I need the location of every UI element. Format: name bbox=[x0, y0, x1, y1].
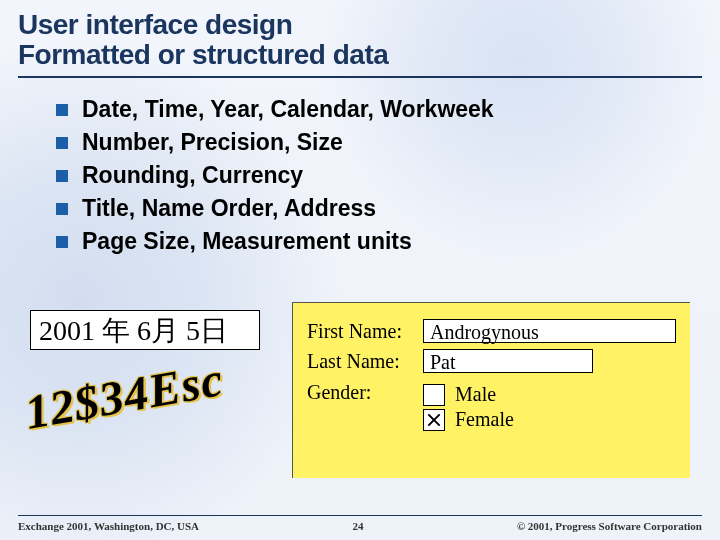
list-item: Rounding, Currency bbox=[56, 162, 720, 189]
title-line-2: Formatted or structured data bbox=[18, 40, 702, 70]
footer-left: Exchange 2001, Washington, DC, USA bbox=[18, 520, 199, 532]
title-line-1: User interface design bbox=[18, 10, 702, 40]
bullet-text: Title, Name Order, Address bbox=[82, 195, 376, 222]
date-example-box: 2001 年 6月 5日 bbox=[30, 310, 260, 350]
bullet-square-icon bbox=[56, 170, 68, 182]
name-order-form: First Name: Androgynous Last Name: Pat G… bbox=[292, 302, 690, 478]
bullet-text: Date, Time, Year, Calendar, Workweek bbox=[82, 96, 494, 123]
list-item: Date, Time, Year, Calendar, Workweek bbox=[56, 96, 720, 123]
last-name-field[interactable]: Pat bbox=[423, 349, 593, 373]
gender-options: Male Female bbox=[423, 381, 514, 433]
currency-escudo-example: 12$34Esc bbox=[21, 351, 228, 440]
bullet-list: Date, Time, Year, Calendar, Workweek Num… bbox=[56, 96, 720, 255]
first-name-label: First Name: bbox=[307, 320, 423, 343]
slide-title: User interface design Formatted or struc… bbox=[0, 0, 720, 70]
examples-area: 2001 年 6月 5日 12$34Esc First Name: Androg… bbox=[30, 308, 690, 478]
checkbox-icon[interactable] bbox=[423, 384, 445, 406]
bullet-square-icon bbox=[56, 137, 68, 149]
bullet-square-icon bbox=[56, 203, 68, 215]
title-rule bbox=[18, 76, 702, 78]
footer-rule bbox=[18, 515, 702, 516]
list-item: Title, Name Order, Address bbox=[56, 195, 720, 222]
bullet-text: Number, Precision, Size bbox=[82, 129, 343, 156]
first-name-row: First Name: Androgynous bbox=[307, 319, 676, 343]
list-item: Page Size, Measurement units bbox=[56, 228, 720, 255]
bullet-text: Rounding, Currency bbox=[82, 162, 303, 189]
footer-right: © 2001, Progress Software Corporation bbox=[517, 520, 702, 532]
gender-option-female[interactable]: Female bbox=[423, 408, 514, 431]
first-name-field[interactable]: Androgynous bbox=[423, 319, 676, 343]
gender-label: Gender: bbox=[307, 381, 423, 404]
gender-option-male[interactable]: Male bbox=[423, 383, 514, 406]
last-name-row: Last Name: Pat bbox=[307, 349, 676, 373]
slide-footer: Exchange 2001, Washington, DC, USA 24 © … bbox=[0, 515, 720, 532]
last-name-label: Last Name: bbox=[307, 350, 423, 373]
bullet-square-icon bbox=[56, 236, 68, 248]
bullet-text: Page Size, Measurement units bbox=[82, 228, 412, 255]
gender-row: Gender: Male Female bbox=[307, 381, 676, 433]
page-number: 24 bbox=[352, 520, 363, 532]
checkbox-checked-icon[interactable] bbox=[423, 409, 445, 431]
male-label: Male bbox=[455, 383, 496, 406]
list-item: Number, Precision, Size bbox=[56, 129, 720, 156]
bullet-square-icon bbox=[56, 104, 68, 116]
female-label: Female bbox=[455, 408, 514, 431]
